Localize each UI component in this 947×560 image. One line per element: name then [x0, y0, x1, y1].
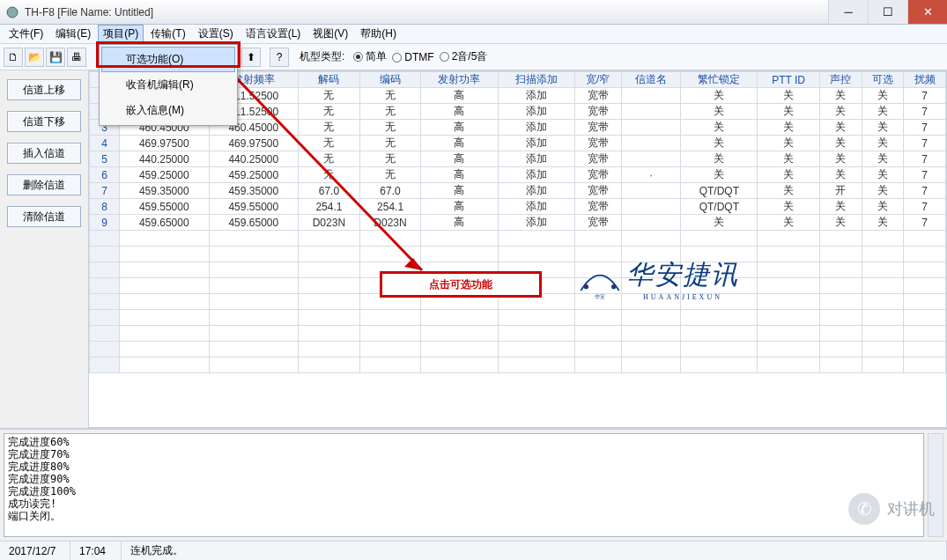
- table-row[interactable]: 9459.65000459.65000D023ND023N高添加宽带关关关关7: [90, 215, 946, 231]
- cell[interactable]: [621, 120, 680, 136]
- cell[interactable]: 关: [758, 183, 819, 199]
- radio-simple[interactable]: 简单: [353, 49, 387, 64]
- cell[interactable]: 添加: [498, 136, 574, 151]
- cell[interactable]: [904, 231, 946, 247]
- cell[interactable]: [120, 231, 210, 247]
- cell[interactable]: [862, 247, 904, 262]
- cell[interactable]: [681, 262, 758, 278]
- cell[interactable]: [819, 262, 862, 278]
- table-row[interactable]: 17: [90, 342, 946, 357]
- cell[interactable]: [758, 326, 819, 342]
- cell[interactable]: [904, 262, 946, 278]
- cell[interactable]: [758, 231, 819, 247]
- cell[interactable]: [862, 326, 904, 342]
- cell[interactable]: [359, 326, 421, 342]
- cell[interactable]: [621, 231, 680, 247]
- cell[interactable]: [758, 294, 819, 310]
- cell[interactable]: [120, 342, 210, 357]
- cell[interactable]: [819, 326, 862, 342]
- cell[interactable]: 高: [421, 215, 498, 231]
- cell[interactable]: [120, 247, 210, 262]
- cell[interactable]: 添加: [498, 88, 574, 104]
- cell[interactable]: 459.35000: [209, 183, 299, 199]
- cell[interactable]: 459.25000: [120, 167, 210, 183]
- cell[interactable]: [359, 262, 421, 278]
- cell[interactable]: [120, 262, 210, 278]
- cell[interactable]: 7: [904, 151, 946, 167]
- cell[interactable]: [621, 215, 680, 231]
- cell[interactable]: 无: [359, 167, 421, 183]
- cell[interactable]: [904, 342, 946, 357]
- cell[interactable]: [621, 136, 680, 151]
- cell[interactable]: 440.25000: [120, 151, 210, 167]
- cell[interactable]: [681, 326, 758, 342]
- insert-channel-button[interactable]: 插入信道: [7, 143, 81, 164]
- column-header[interactable]: 可选: [862, 72, 904, 88]
- cell[interactable]: 关: [758, 215, 819, 231]
- cell[interactable]: 关: [758, 120, 819, 136]
- menu-view[interactable]: 视图(V): [307, 25, 353, 43]
- cell[interactable]: [299, 262, 360, 278]
- cell[interactable]: [574, 231, 621, 247]
- column-header[interactable]: 解码: [299, 72, 360, 88]
- cell[interactable]: [904, 247, 946, 262]
- cell[interactable]: [574, 326, 621, 342]
- cell[interactable]: [209, 310, 299, 326]
- cell[interactable]: 添加: [498, 183, 574, 199]
- toolbar-save-button[interactable]: 💾: [46, 48, 65, 67]
- cell[interactable]: [621, 262, 680, 278]
- table-row[interactable]: 4469.97500469.97500无无高添加宽带关关关关7: [90, 136, 946, 151]
- cell[interactable]: [758, 357, 819, 373]
- cell[interactable]: 添加: [498, 167, 574, 183]
- cell[interactable]: [120, 294, 210, 310]
- cell[interactable]: [621, 294, 680, 310]
- row-header[interactable]: 14: [90, 294, 120, 310]
- cell[interactable]: 无: [359, 120, 421, 136]
- cell[interactable]: 高: [421, 88, 498, 104]
- cell[interactable]: 关: [758, 151, 819, 167]
- cell[interactable]: [574, 278, 621, 294]
- cell[interactable]: 高: [421, 199, 498, 215]
- cell[interactable]: 无: [299, 88, 360, 104]
- cell[interactable]: [904, 326, 946, 342]
- clear-channel-button[interactable]: 清除信道: [7, 206, 81, 227]
- toolbar-upload-button[interactable]: ⬆: [241, 48, 261, 67]
- channel-up-button[interactable]: 信道上移: [7, 79, 81, 100]
- cell[interactable]: [498, 357, 574, 373]
- cell[interactable]: [681, 294, 758, 310]
- cell[interactable]: 469.97500: [209, 136, 299, 151]
- cell[interactable]: 关: [862, 104, 904, 120]
- column-header[interactable]: 声控: [819, 72, 862, 88]
- cell[interactable]: 关: [819, 88, 862, 104]
- cell[interactable]: [819, 310, 862, 326]
- cell[interactable]: 无: [299, 104, 360, 120]
- cell[interactable]: 关: [758, 88, 819, 104]
- cell[interactable]: [209, 342, 299, 357]
- cell[interactable]: 关: [681, 215, 758, 231]
- cell[interactable]: [498, 262, 574, 278]
- cell[interactable]: [574, 342, 621, 357]
- menu-file[interactable]: 文件(F): [4, 25, 48, 43]
- cell[interactable]: 宽带: [574, 199, 621, 215]
- menu-entry-optional-functions[interactable]: 可选功能(O): [101, 47, 235, 72]
- cell[interactable]: [758, 247, 819, 262]
- cell[interactable]: 7: [904, 199, 946, 215]
- table-row[interactable]: 12: [90, 262, 946, 278]
- cell[interactable]: 无: [359, 136, 421, 151]
- cell[interactable]: [209, 262, 299, 278]
- row-header[interactable]: 7: [90, 183, 120, 199]
- cell[interactable]: 关: [819, 120, 862, 136]
- cell[interactable]: 关: [681, 136, 758, 151]
- cell[interactable]: ·: [621, 167, 680, 183]
- cell[interactable]: [421, 294, 498, 310]
- table-row[interactable]: 13: [90, 278, 946, 294]
- cell[interactable]: 7: [904, 120, 946, 136]
- cell[interactable]: [681, 357, 758, 373]
- menu-project[interactable]: 项目(P): [98, 25, 144, 43]
- cell[interactable]: 无: [299, 151, 360, 167]
- cell[interactable]: 添加: [498, 199, 574, 215]
- cell[interactable]: 宽带: [574, 104, 621, 120]
- cell[interactable]: 关: [862, 199, 904, 215]
- cell[interactable]: [681, 310, 758, 326]
- window-maximize-button[interactable]: ☐: [868, 0, 907, 24]
